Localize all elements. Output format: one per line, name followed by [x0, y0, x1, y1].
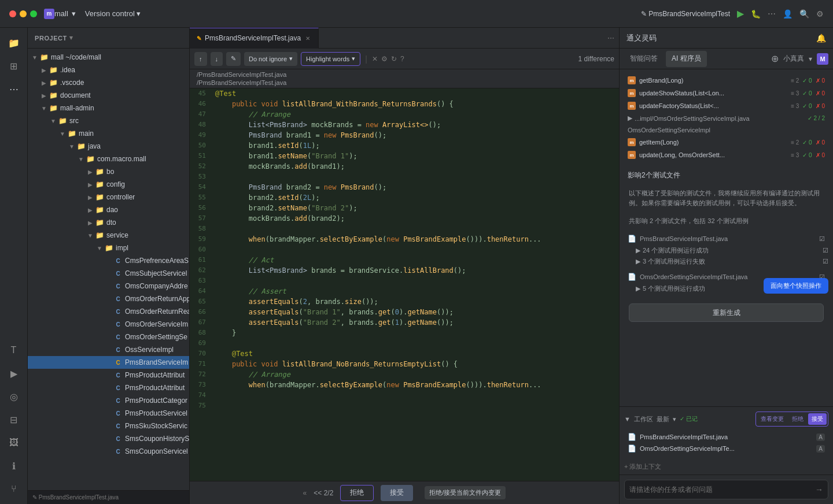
tree-item-pmsproductattr2[interactable]: ▶ C PmsProductAttribut	[28, 381, 189, 394]
regen-button[interactable]: 重新生成	[629, 303, 824, 322]
tree-item-java[interactable]: ▼ 📁 java	[28, 140, 189, 153]
version-control-nav[interactable]: Version control ▾	[85, 9, 141, 18]
help-icon[interactable]: ?	[400, 55, 404, 63]
minimize-button[interactable]	[20, 10, 27, 17]
close-button[interactable]	[9, 10, 16, 17]
tree-item-idea[interactable]: ▶ 📁 .idea	[28, 64, 189, 76]
workspace-file-oms[interactable]: 📄 OmsOrderSettingServiceImplTe... A	[624, 443, 828, 454]
up-arrow-btn[interactable]: ↑	[194, 52, 207, 66]
method-item-updateshowstatus[interactable]: m updateShowStatus(List<Lon... ≡ 3 ✓ 0 ✗…	[624, 87, 828, 99]
highlight-words-btn[interactable]: Highlight words ▾	[301, 52, 360, 66]
activity-folder-icon[interactable]: 📁	[3, 32, 24, 53]
accept-button[interactable]: 接受	[381, 485, 413, 501]
project-name[interactable]: mall ▾	[54, 9, 76, 18]
tree-item-omsorderreturnrea[interactable]: ▶ C OmsOrderReturnRea	[28, 305, 189, 318]
tree-item-com-macro-mall[interactable]: ▼ 📁 com.macro.mall	[28, 153, 189, 165]
user-icon[interactable]: 👤	[783, 9, 793, 18]
activity-modules-icon[interactable]: ⊞	[3, 55, 24, 76]
tree-item-pmsbrand[interactable]: ▶ C PmsBrandServiceIm	[28, 356, 189, 369]
method-item-getitem[interactable]: m getItem(Long) ≡ 2 ✓ 0 ✗ 0	[624, 136, 828, 149]
tree-item-pmsproductservice[interactable]: ▶ C PmsProductServicel	[28, 407, 189, 420]
tab-more-icon[interactable]: ⋯	[603, 34, 619, 42]
tree-item-bo[interactable]: ▶ 📁 bo	[28, 165, 189, 178]
tree-item-omsordersetting[interactable]: ▶ C OmsOrderSettingSe	[28, 331, 189, 343]
checkbox-icon[interactable]: ☑	[819, 235, 825, 243]
tree-item-main[interactable]: ▼ 📁 main	[28, 127, 189, 140]
tab-qa[interactable]: 智能问答	[624, 51, 664, 67]
file-header-pms[interactable]: 📄 PmsBrandServiceImplTest.java ☑	[624, 232, 828, 245]
add-context-btn[interactable]: + 添加上下文	[620, 459, 833, 475]
activity-image-icon[interactable]: 🖼	[3, 432, 24, 453]
settings-icon[interactable]: ⚙	[816, 9, 824, 18]
add-icon[interactable]: ⊕	[771, 53, 779, 64]
accept-all-btn[interactable]: 接受	[808, 413, 827, 425]
reject-button[interactable]: 拒绝	[340, 485, 374, 501]
tree-item-dto[interactable]: ▶ 📁 dto	[28, 216, 189, 229]
tree-item-src[interactable]: ▼ 📁 src	[28, 114, 189, 127]
file-icon: 📄	[628, 433, 636, 441]
search-icon[interactable]: 🔍	[799, 9, 809, 18]
pass-checkbox[interactable]: ☑	[823, 247, 828, 254]
tree-item-omscompany[interactable]: ▶ C OmsCompanyAddre	[28, 280, 189, 292]
tree-item-dao[interactable]: ▶ 📁 dao	[28, 203, 189, 216]
method-item-updatefactorystatus[interactable]: m updateFactoryStatus(List<... ≡ 3 ✓ 0 ✗…	[624, 99, 828, 112]
tree-item-pmsproductattr1[interactable]: ▶ C PmsProductAttribut	[28, 369, 189, 381]
panel-bell-icon[interactable]: 🔔	[816, 34, 826, 43]
activity-text-icon[interactable]: T	[3, 340, 24, 361]
method-item-update[interactable]: m update(Long, OmsOrderSett... ≡ 3 ✓ 0 ✗…	[624, 149, 828, 161]
editor-tab-active[interactable]: ✎ PmsBrandServiceImplTest.java ✕	[190, 28, 319, 49]
activity-play-icon[interactable]: ▶	[3, 363, 24, 384]
activity-info-icon[interactable]: ℹ	[3, 455, 24, 476]
tree-item-cmspreference[interactable]: ▶ C CmsPrefrenceAreaS	[28, 254, 189, 267]
method-item-getbrand[interactable]: m getBrand(Long) ≡ 2 ✓ 0 ✗ 0	[624, 74, 828, 87]
reject-all-btn[interactable]: 拒绝	[788, 413, 807, 425]
settings-icon[interactable]: ⚙	[381, 55, 388, 63]
tree-item-service[interactable]: ▼ 📁 service	[28, 229, 189, 242]
tree-item-config[interactable]: ▶ 📁 config	[28, 178, 189, 191]
method-icon: m	[628, 102, 636, 110]
tree-item-pmsskustock[interactable]: ▶ C PmsSkuStockServic	[28, 420, 189, 432]
activity-git-icon[interactable]: ⑂	[3, 479, 24, 499]
tab-ai-programmer[interactable]: AI 程序员	[666, 51, 707, 67]
maximize-button[interactable]	[30, 10, 37, 17]
debug-icon[interactable]: 🐛	[751, 9, 761, 18]
tree-item-mall[interactable]: ▼ 📁 mall ~/code/mall	[28, 51, 189, 64]
view-changes-btn[interactable]: 查看变更	[757, 413, 787, 425]
activity-layers-icon[interactable]: ⊟	[3, 409, 24, 430]
tree-item-mall-admin[interactable]: ▼ 📁 mall-admin	[28, 102, 189, 114]
activity-dots-icon[interactable]: ⋯	[3, 79, 24, 99]
tree-item-smscouponhistory[interactable]: ▶ C SmsCouponHistoryS	[28, 432, 189, 445]
tree-item-smscouponservice[interactable]: ▶ C SmsCouponServicel	[28, 445, 189, 458]
oms-order-class[interactable]: OmsOrderSettingServiceImpl	[624, 124, 828, 136]
more-icon[interactable]: ⋯	[768, 9, 776, 18]
code-line: 60	[190, 244, 619, 255]
tree-item-vscode[interactable]: ▶ 📁 .vscode	[28, 76, 189, 89]
tree-item-omsorderreturnapp[interactable]: ▶ C OmsOrderReturnApp	[28, 292, 189, 305]
impact-summary: 共影响 2 个测试文件，包括 32 个测试用例	[624, 214, 828, 228]
refresh-icon[interactable]: ↻	[391, 55, 397, 63]
activity-eye-icon[interactable]: ◎	[3, 386, 24, 407]
tree-item-document[interactable]: ▶ 📁 document	[28, 89, 189, 102]
oms-order-impl-path[interactable]: ▶ ...impl/OmsOrderSettingServiceImpl.jav…	[624, 112, 828, 124]
tab-close-icon[interactable]: ✕	[304, 34, 311, 43]
tree-item-controller[interactable]: ▶ 📁 controller	[28, 191, 189, 203]
tree-item-impl[interactable]: ▼ 📁 impl	[28, 242, 189, 254]
send-icon[interactable]: →	[815, 485, 823, 494]
down-arrow-btn[interactable]: ↓	[211, 52, 223, 66]
run-button[interactable]: ▶	[737, 8, 744, 19]
close-icon[interactable]: ✕	[372, 55, 378, 63]
tree-item-omsorderservice[interactable]: ▶ C OmsOrderServiceIm	[28, 318, 189, 331]
method-icon: m	[628, 89, 636, 97]
code-content[interactable]: 45 @Test 46 public void listAllBrand_Wit…	[190, 88, 619, 481]
chat-input[interactable]	[629, 480, 815, 499]
workspace-file-pms[interactable]: 📄 PmsBrandServiceImplTest.java A	[624, 431, 828, 443]
fail-checkbox[interactable]: ☑	[823, 258, 828, 265]
dropdown-icon[interactable]: ▾	[809, 55, 812, 63]
pencil-btn[interactable]: ✎	[226, 52, 241, 66]
logo-icon[interactable]: M	[817, 53, 828, 65]
dropdown-workspace[interactable]: ▾	[673, 416, 676, 423]
tree-item-cmssubject[interactable]: ▶ C CmsSubjectServicel	[28, 267, 189, 280]
tree-item-ossservice[interactable]: ▶ C OssServiceImpl	[28, 343, 189, 356]
tree-item-pmsproductcategory[interactable]: ▶ C PmsProductCategor	[28, 394, 189, 407]
do-not-ignore-btn[interactable]: Do not ignore ▾	[244, 52, 297, 66]
